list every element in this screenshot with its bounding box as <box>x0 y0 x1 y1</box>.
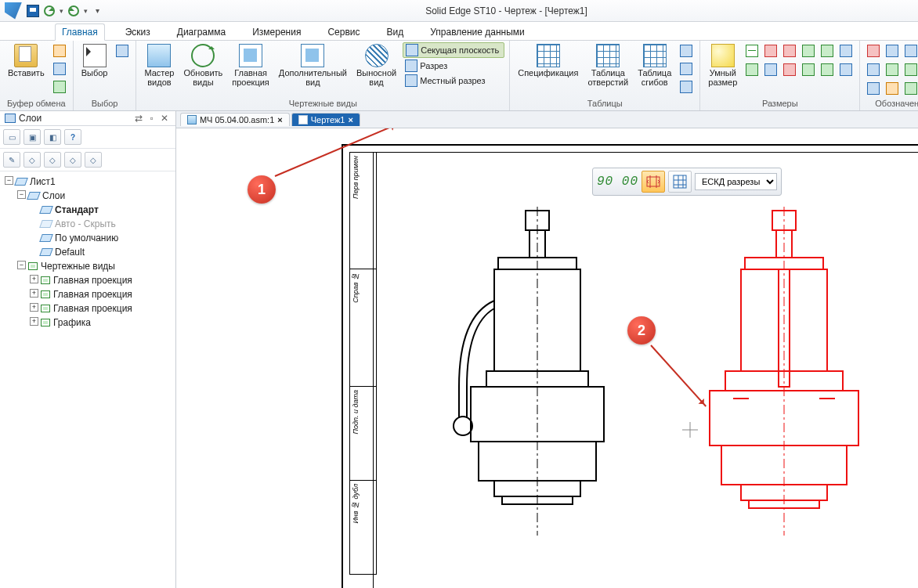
dim-btn-3[interactable] <box>781 42 798 60</box>
ann-icon <box>867 45 880 57</box>
close-icon[interactable]: × <box>277 115 282 124</box>
bend-table-icon <box>643 44 667 67</box>
layer-tree[interactable]: − Лист1 − Слои Стандарт Авто - Скрыть По… <box>0 171 175 333</box>
table-opt2-button[interactable] <box>678 60 695 78</box>
layers-panel: Слои ⇄ ▫ ✕ ▭ ▣ ◧ ? ✎ ◇ ◇ ◇ ◇ − Лист1 − С… <box>0 111 176 588</box>
copy-button[interactable] <box>51 60 68 78</box>
dim-icon <box>802 45 815 57</box>
float-preset-select[interactable]: ЕСКД разрезы <box>695 173 777 190</box>
dim-btn-5[interactable] <box>819 42 836 60</box>
cut-button[interactable] <box>51 42 68 60</box>
tb2-btn-4[interactable]: ◇ <box>64 152 81 168</box>
undo-icon[interactable] <box>44 5 55 16</box>
ann-btn-9[interactable] <box>865 80 882 97</box>
select-opt-button[interactable] <box>114 42 131 60</box>
app-logo-icon[interactable] <box>5 2 22 20</box>
tb-cell-3: Подп. и дата <box>350 387 361 437</box>
scissors-icon <box>53 45 66 57</box>
float-btn-2[interactable] <box>668 171 692 193</box>
dim-btn-4[interactable] <box>800 42 817 60</box>
update-views-button[interactable]: Обновить виды <box>180 42 226 88</box>
paste-button[interactable]: Вставить <box>5 42 48 79</box>
tab-sketch[interactable]: Эскиз <box>119 24 157 40</box>
dim-btn-2[interactable] <box>762 42 779 60</box>
drawing-canvas[interactable]: Перв примен Справ № Подп. и дата Инв № д… <box>177 128 918 588</box>
expand-toggle[interactable]: + <box>30 289 38 298</box>
expand-toggle[interactable]: − <box>5 176 13 185</box>
dim-btn-9[interactable] <box>781 61 798 78</box>
tb2-btn-3[interactable]: ◇ <box>44 152 61 168</box>
layers-icon <box>5 114 16 123</box>
tab-data[interactable]: Управление данными <box>424 24 531 40</box>
table-opt2-icon <box>680 63 692 75</box>
tab-diagram[interactable]: Диаграмма <box>171 24 232 40</box>
dim-icon <box>821 63 833 76</box>
expand-toggle[interactable]: − <box>17 261 26 269</box>
tab-measure[interactable]: Измерения <box>246 24 307 40</box>
floating-toolbar[interactable]: 90 00 ЕСКД разрезы <box>592 168 782 196</box>
tb-btn-help[interactable]: ? <box>64 129 81 145</box>
dim-btn-7[interactable] <box>743 61 761 78</box>
dim-btn-12[interactable] <box>837 61 855 78</box>
smart-dim-icon <box>711 44 735 67</box>
main-projection-button[interactable]: Главная проекция <box>229 42 273 88</box>
tab-service[interactable]: Сервис <box>321 24 366 40</box>
ann-btn-11[interactable] <box>902 80 918 97</box>
aux-view-button[interactable]: Дополнительный вид <box>276 42 350 88</box>
local-section-button[interactable]: Местный разрез <box>403 74 504 88</box>
brush-button[interactable] <box>51 78 68 96</box>
dim-btn-8[interactable] <box>762 61 779 78</box>
ann-btn-1[interactable] <box>865 42 882 60</box>
group-dimensions: Умный размер Размеры <box>700 41 860 110</box>
dim-icon <box>821 45 833 57</box>
table-opt1-button[interactable] <box>678 42 695 60</box>
float-btn-1[interactable] <box>642 171 665 193</box>
dim-btn-10[interactable] <box>800 61 817 78</box>
table-opt3-button[interactable] <box>678 78 695 96</box>
cutting-plane-button[interactable]: Секущая плоскость <box>403 42 504 58</box>
ann-btn-2[interactable] <box>884 42 901 60</box>
specification-button[interactable]: Спецификация <box>515 42 581 79</box>
tb-btn-3[interactable]: ◧ <box>44 129 61 145</box>
save-icon[interactable] <box>27 5 39 17</box>
tb2-btn-5[interactable]: ◇ <box>85 152 102 168</box>
window-title: Solid Edge ST10 - Чертеж - [Чертеж1] <box>99 5 913 16</box>
bend-table-button[interactable]: Таблица сгибов <box>634 42 674 88</box>
expand-toggle[interactable]: + <box>30 317 38 326</box>
hole-table-button[interactable]: Таблица отверстий <box>584 42 631 88</box>
doctab-asm[interactable]: МЧ 05.04.00.asm:1 × <box>180 113 290 126</box>
detail-view-button[interactable]: Выносной вид <box>353 42 399 88</box>
close-icon[interactable]: × <box>348 115 352 124</box>
tab-home[interactable]: Главная <box>55 23 105 41</box>
ann-btn-10[interactable] <box>884 80 901 97</box>
tb-btn-1[interactable]: ▭ <box>3 129 20 145</box>
tb2-btn-1[interactable]: ✎ <box>3 152 20 168</box>
panel-controls[interactable]: ⇄ ▫ ✕ <box>135 113 171 124</box>
quick-access-toolbar: ▾ ▾ ▾ <box>5 2 99 20</box>
aux-view-icon <box>301 44 324 67</box>
drawing-view-black[interactable] <box>451 207 623 538</box>
smart-dimension-button[interactable]: Умный размер <box>705 42 740 88</box>
view-icon <box>41 305 50 312</box>
view-wizard-button[interactable]: Мастер видов <box>141 42 177 88</box>
dim-btn-11[interactable] <box>819 61 836 78</box>
redo-icon[interactable] <box>68 5 79 16</box>
ann-btn-3[interactable] <box>902 42 918 60</box>
section-button[interactable]: Разрез <box>403 59 504 73</box>
expand-toggle[interactable]: + <box>30 275 38 283</box>
doctab-drawing[interactable]: Чертеж1 × <box>291 113 360 126</box>
expand-toggle[interactable]: + <box>30 303 38 312</box>
tb2-btn-2[interactable]: ◇ <box>23 152 41 168</box>
ann-btn-5[interactable] <box>865 61 882 78</box>
tab-view[interactable]: Вид <box>381 24 410 40</box>
expand-toggle[interactable]: − <box>17 190 26 199</box>
ann-btn-6[interactable] <box>884 61 901 78</box>
select-button[interactable]: Выбор <box>78 42 111 79</box>
ann-btn-7[interactable] <box>902 61 918 78</box>
dim-btn-1[interactable] <box>743 42 761 60</box>
dim-btn-6[interactable] <box>837 42 855 60</box>
dim-icon <box>840 45 852 57</box>
drawing-view-red[interactable] <box>694 207 874 538</box>
spec-icon <box>537 44 560 67</box>
tb-btn-2[interactable]: ▣ <box>23 129 41 145</box>
